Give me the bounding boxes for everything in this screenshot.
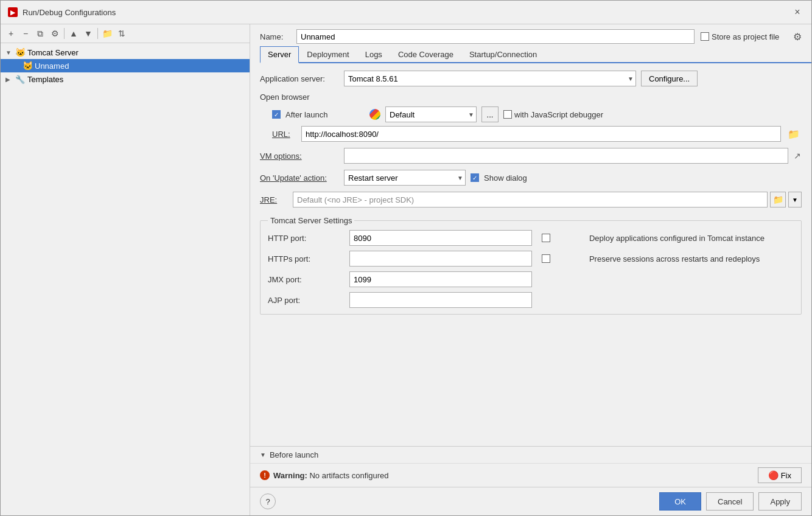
tomcat-group-icon: 🐱: [15, 47, 25, 57]
url-input[interactable]: [301, 126, 781, 142]
vm-options-label: VM options:: [260, 152, 339, 161]
jmx-port-label: JMX port:: [268, 275, 340, 284]
browser-select[interactable]: Default: [385, 106, 477, 122]
app-icon: ▶: [8, 7, 18, 17]
unnamed-tomcat-icon: 🐱: [23, 61, 32, 71]
open-browser-title: Open browser: [260, 92, 802, 102]
tab-deployment-label: Deployment: [307, 50, 349, 59]
warning-message: No artifacts configured: [309, 471, 388, 480]
right-panel: Name: Store as project file ⚙ Server Dep…: [250, 24, 811, 515]
store-gear-button[interactable]: ⚙: [793, 31, 802, 43]
fix-label: Fix: [781, 471, 791, 480]
tab-code-coverage[interactable]: Code Coverage: [390, 46, 461, 63]
templates-label: Templates: [27, 75, 63, 84]
on-update-select[interactable]: Restart server: [344, 170, 466, 186]
jmx-port-input[interactable]: [349, 271, 532, 287]
more-browser-button[interactable]: ...: [481, 106, 499, 122]
tab-logs[interactable]: Logs: [357, 46, 390, 63]
bottom-bar: ? OK Cancel Apply: [250, 487, 811, 515]
on-update-row: On 'Update' action: Restart server ▼ Sho…: [260, 170, 802, 186]
vm-expand-button[interactable]: ↗: [793, 150, 802, 161]
deploy-apps-label: Deploy applications configured in Tomcat…: [589, 234, 794, 243]
tomcat-group-item[interactable]: ▼ 🐱 Tomcat Server: [1, 46, 250, 59]
http-port-input[interactable]: [349, 230, 532, 246]
remove-config-button[interactable]: −: [19, 27, 32, 40]
unnamed-config-label: Unnamed: [35, 61, 69, 71]
sidebar: + − ⧉ ⚙ ▲ ▼ 📁 ⇅ ▼ 🐱 Tomcat Server 🐱: [1, 24, 250, 515]
after-launch-checkbox[interactable]: [272, 110, 281, 119]
main-content: + − ⧉ ⚙ ▲ ▼ 📁 ⇅ ▼ 🐱 Tomcat Server 🐱: [1, 24, 811, 515]
name-row: Name: Store as project file ⚙: [250, 24, 811, 46]
add-config-button[interactable]: +: [4, 27, 18, 40]
tabs-bar: Server Deployment Logs Code Coverage Sta…: [260, 46, 811, 63]
wrench-icon: 🔧: [15, 74, 25, 84]
move-down-button[interactable]: ▼: [82, 27, 95, 40]
tomcat-settings-legend: Tomcat Server Settings: [268, 216, 354, 225]
https-port-label: HTTPs port:: [268, 254, 340, 263]
vm-options-row: VM options: ↗: [260, 148, 802, 164]
sort-button[interactable]: ⇅: [115, 27, 128, 40]
preserve-sessions-checkbox[interactable]: [542, 254, 550, 263]
http-port-label: HTTP port:: [268, 234, 340, 243]
cancel-button[interactable]: Cancel: [706, 492, 754, 511]
folder-button[interactable]: 📁: [100, 27, 114, 40]
browser-dropdown-wrapper: Default ▼: [385, 106, 477, 122]
show-dialog-checkbox[interactable]: [471, 173, 479, 182]
tab-code-coverage-label: Code Coverage: [398, 50, 453, 59]
jre-input[interactable]: [293, 192, 768, 207]
ajp-port-input[interactable]: [349, 292, 532, 308]
ok-button[interactable]: OK: [659, 492, 701, 511]
warning-icon: !: [260, 470, 270, 480]
bottom-left: ?: [260, 493, 276, 509]
before-launch-section: ▼ Before launch: [250, 446, 811, 463]
bottom-right: OK Cancel Apply: [659, 492, 802, 511]
apply-button[interactable]: Apply: [758, 492, 802, 511]
on-update-select-wrapper: Restart server ▼: [344, 170, 466, 186]
fix-icon: 🔴: [768, 470, 779, 480]
title-bar-left: ▶ Run/Debug Configurations: [8, 7, 116, 17]
js-debugger-checkbox[interactable]: [503, 110, 512, 119]
configure-button[interactable]: Configure...: [641, 71, 698, 86]
url-folder-button[interactable]: 📁: [786, 127, 802, 142]
sidebar-tree: ▼ 🐱 Tomcat Server 🐱 Unnamed ▶ 🔧 Template…: [1, 43, 250, 515]
port-grid: HTTP port: Deploy applications configure…: [268, 230, 794, 308]
templates-item[interactable]: ▶ 🔧 Templates: [1, 72, 250, 86]
https-port-input[interactable]: [349, 251, 532, 267]
app-server-select-wrapper: Tomcat 8.5.61 ▼: [344, 71, 636, 86]
js-debugger-area: with JavaScript debugger: [503, 110, 603, 119]
app-server-select[interactable]: Tomcat 8.5.61: [344, 71, 636, 86]
tab-server-label: Server: [268, 50, 291, 59]
store-project-label: Store as project file: [712, 32, 791, 41]
sidebar-toolbar: + − ⧉ ⚙ ▲ ▼ 📁 ⇅: [1, 24, 250, 43]
js-debugger-label: with JavaScript debugger: [514, 110, 603, 119]
tab-startup-label: Startup/Connection: [469, 50, 537, 59]
expand-tomcat-icon: ▼: [5, 49, 13, 56]
jre-folder-button[interactable]: 📁: [770, 192, 786, 207]
unnamed-config-item[interactable]: 🐱 Unnamed: [1, 59, 250, 72]
tab-deployment[interactable]: Deployment: [299, 46, 357, 63]
tab-startup-connection[interactable]: Startup/Connection: [461, 46, 545, 63]
deploy-apps-checkbox[interactable]: [542, 234, 550, 242]
app-server-label: Application server:: [260, 74, 339, 83]
run-debug-configurations-dialog: ▶ Run/Debug Configurations × + − ⧉ ⚙ ▲ ▼…: [0, 0, 812, 516]
help-button[interactable]: ?: [260, 493, 276, 509]
jre-label: JRE:: [260, 195, 290, 204]
move-up-button[interactable]: ▲: [67, 27, 80, 40]
copy-config-button[interactable]: ⧉: [33, 27, 47, 40]
warning-bar: ! Warning: No artifacts configured 🔴 Fix: [250, 463, 811, 487]
tab-server[interactable]: Server: [260, 46, 299, 63]
panel-body: Application server: Tomcat 8.5.61 ▼ Conf…: [250, 63, 811, 446]
settings-button[interactable]: ⚙: [48, 27, 61, 40]
fix-button[interactable]: 🔴 Fix: [758, 467, 802, 483]
name-input[interactable]: [296, 29, 695, 44]
store-project-checkbox[interactable]: [701, 32, 709, 41]
title-bar: ▶ Run/Debug Configurations ×: [1, 1, 811, 24]
vm-options-input[interactable]: [344, 148, 788, 164]
toolbar-separator-1: [64, 28, 65, 39]
before-launch-label: Before launch: [270, 450, 318, 459]
preserve-sessions-label: Preserve sessions across restarts and re…: [589, 254, 794, 263]
before-launch-header[interactable]: ▼ Before launch: [260, 450, 802, 459]
jre-dropdown-button[interactable]: ▼: [788, 192, 802, 207]
open-browser-section: Open browser After launch Default ▼: [260, 92, 802, 142]
close-button[interactable]: ×: [791, 5, 804, 19]
